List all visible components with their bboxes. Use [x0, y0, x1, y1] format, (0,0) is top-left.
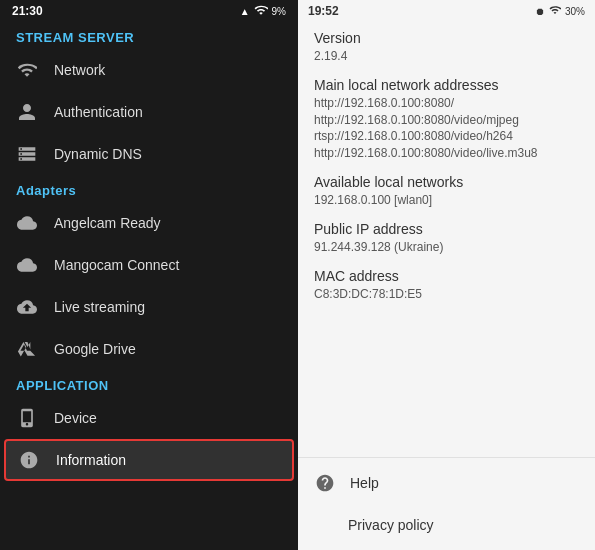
dns-icon [16, 143, 38, 165]
status-icons-left: ▲ 9% [240, 3, 286, 19]
status-icons-right: ⏺ 30% [535, 4, 585, 18]
status-bar-left: 21:30 ▲ 9% [0, 0, 298, 22]
time-right: 19:52 [308, 4, 339, 18]
googledrive-label: Google Drive [54, 341, 136, 357]
cloud-icon-mangocam [16, 254, 38, 276]
adapters-header: Adapters [0, 175, 298, 202]
sidebar-item-authentication[interactable]: Authentication [0, 91, 298, 133]
version-section: Version 2.19.4 [314, 30, 579, 65]
information-label: Information [56, 452, 126, 468]
help-label: Help [350, 475, 379, 491]
available-networks-label: Available local networks [314, 174, 579, 190]
main-network-section: Main local network addresses http://192.… [314, 77, 579, 162]
mac-address-value: C8:3D:DC:78:1D:E5 [314, 286, 579, 303]
available-networks-section: Available local networks 192.168.0.100 [… [314, 174, 579, 209]
sidebar-item-googledrive[interactable]: Google Drive [0, 328, 298, 370]
authentication-label: Authentication [54, 104, 143, 120]
time-left: 21:30 [12, 4, 43, 18]
person-icon [16, 101, 38, 123]
right-footer: Help Privacy policy [298, 457, 595, 550]
left-panel: 21:30 ▲ 9% STREAM SERVER Network Authent… [0, 0, 298, 550]
info-icon [18, 449, 40, 471]
network-url-3[interactable]: rtsp://192.168.0.100:8080/video/h264 [314, 128, 579, 145]
phone-icon [16, 407, 38, 429]
drive-icon [16, 338, 38, 360]
version-value: 2.19.4 [314, 48, 579, 65]
battery-icon-left: 9% [272, 6, 286, 17]
sidebar-item-information[interactable]: Information [4, 439, 294, 481]
sidebar-item-livestreaming[interactable]: Live streaming [0, 286, 298, 328]
battery-icon-right: 30% [565, 6, 585, 17]
network-url-4[interactable]: http://192.168.0.100:8080/video/live.m3u… [314, 145, 579, 162]
network-label: Network [54, 62, 105, 78]
stream-server-header: STREAM SERVER [0, 22, 298, 49]
main-network-label: Main local network addresses [314, 77, 579, 93]
privacy-policy-item[interactable]: Privacy policy [298, 504, 595, 546]
info-content: Version 2.19.4 Main local network addres… [298, 22, 595, 457]
available-networks-value: 192.168.0.100 [wlan0] [314, 192, 579, 209]
version-label: Version [314, 30, 579, 46]
public-ip-section: Public IP address 91.244.39.128 (Ukraine… [314, 221, 579, 256]
sidebar-item-network[interactable]: Network [0, 49, 298, 91]
right-panel: 19:52 ⏺ 30% Version 2.19.4 Main local ne… [298, 0, 595, 550]
status-bar-right: 19:52 ⏺ 30% [298, 0, 595, 22]
sidebar-item-device[interactable]: Device [0, 397, 298, 439]
dynamic-dns-label: Dynamic DNS [54, 146, 142, 162]
application-header: APPLICATION [0, 370, 298, 397]
wifi-icon [16, 59, 38, 81]
device-label: Device [54, 410, 97, 426]
help-icon [314, 472, 336, 494]
mac-address-section: MAC address C8:3D:DC:78:1D:E5 [314, 268, 579, 303]
mac-address-label: MAC address [314, 268, 579, 284]
sidebar-item-dynamic-dns[interactable]: Dynamic DNS [0, 133, 298, 175]
signal-icon-right [549, 4, 561, 18]
wifi-icon-left [254, 3, 268, 19]
privacy-icon [314, 514, 334, 536]
network-url-1[interactable]: http://192.168.0.100:8080/ [314, 95, 579, 112]
signal-icon-left: ▲ [240, 6, 250, 17]
mangocam-label: Mangocam Connect [54, 257, 179, 273]
record-icon: ⏺ [535, 6, 545, 17]
highlighted-url[interactable]: http://192.168.0.100:8080/video/mjpeg [314, 113, 519, 127]
network-url-2[interactable]: http://192.168.0.100:8080/video/mjpeg [314, 112, 579, 129]
cloud-upload-icon [16, 296, 38, 318]
help-item[interactable]: Help [298, 462, 595, 504]
public-ip-value: 91.244.39.128 (Ukraine) [314, 239, 579, 256]
public-ip-label: Public IP address [314, 221, 579, 237]
angelcam-label: Angelcam Ready [54, 215, 161, 231]
sidebar-item-angelcam[interactable]: Angelcam Ready [0, 202, 298, 244]
sidebar-item-mangocam[interactable]: Mangocam Connect [0, 244, 298, 286]
livestreaming-label: Live streaming [54, 299, 145, 315]
privacy-policy-label: Privacy policy [348, 517, 434, 533]
cloud-icon-angelcam [16, 212, 38, 234]
